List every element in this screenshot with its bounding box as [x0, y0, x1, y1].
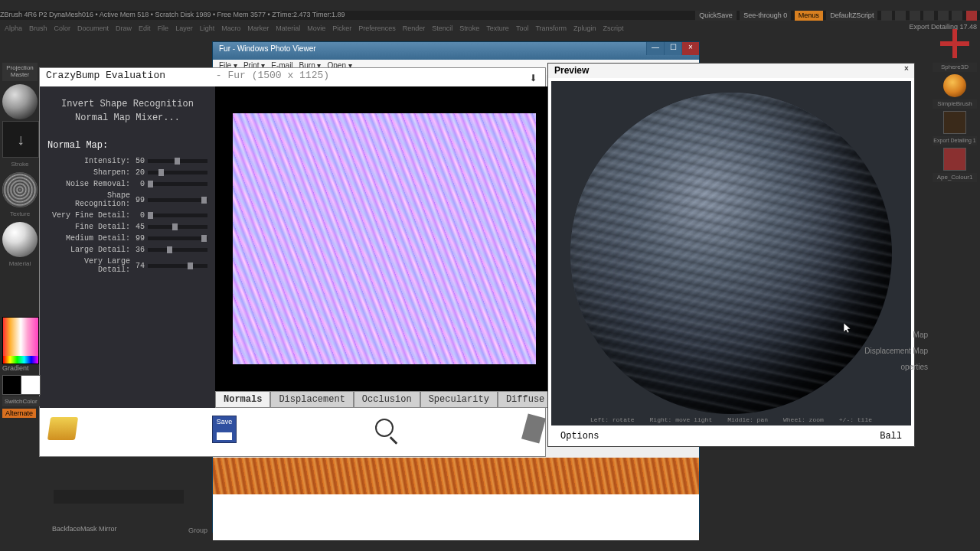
download-icon[interactable]: ⬇ [529, 70, 537, 86]
icon-button-2[interactable] [895, 11, 906, 21]
tab-normals[interactable]: Normals [215, 391, 270, 408]
default-script[interactable]: DefaultZScript [826, 11, 877, 21]
normal-mixer-button[interactable]: Normal Map Mixer... [47, 112, 207, 123]
brush-sphere[interactable] [2, 84, 38, 119]
menu-draw[interactable]: Draw [116, 24, 132, 32]
slider-track[interactable] [148, 225, 207, 229]
menu-edit[interactable]: Edit [139, 24, 151, 32]
menu-macro[interactable]: Macro [221, 24, 240, 32]
alpha-noise-icon[interactable] [2, 172, 38, 207]
tab-displacement[interactable]: Displacement [270, 391, 353, 408]
slider-thumb[interactable] [148, 212, 153, 219]
subtool-box[interactable] [943, 111, 966, 134]
open-folder-icon[interactable] [47, 417, 78, 440]
slider-thumb[interactable] [188, 262, 193, 269]
slider-thumb[interactable] [201, 235, 207, 242]
tab-diffuse[interactable]: Diffuse [498, 391, 553, 408]
preview-viewport[interactable]: Left: rotateRight: move lightMiddle: pan… [551, 81, 911, 425]
slider-thumb[interactable] [201, 197, 207, 204]
material-sphere[interactable] [2, 222, 38, 257]
magnify-icon[interactable] [375, 419, 394, 437]
menu-tool[interactable]: Tool [516, 24, 529, 32]
slider-track[interactable] [148, 236, 207, 240]
mesh-selector[interactable]: Ball [880, 431, 902, 445]
menu-material[interactable]: Material [276, 24, 300, 32]
slider-row: Very Large Detail: 74 [47, 257, 207, 274]
icon-button-1[interactable] [881, 11, 892, 21]
slider-track[interactable] [148, 159, 207, 163]
menus-toggle[interactable]: Menus [795, 11, 823, 21]
color-swatch-secondary[interactable] [21, 375, 41, 395]
slider-track[interactable] [148, 182, 207, 186]
menu-alpha[interactable]: Alpha [5, 24, 22, 32]
close-icon[interactable] [966, 11, 977, 21]
slider-thumb[interactable] [172, 223, 178, 230]
subtool-ape-label[interactable]: Ape_Colour1 [933, 173, 977, 182]
tool-sphere3d[interactable]: Sphere3D [933, 63, 977, 72]
side-item[interactable]: Displacement Map [864, 347, 928, 355]
menu-file[interactable]: File [158, 24, 169, 32]
minimize-icon[interactable]: — [646, 42, 664, 55]
menu-brush[interactable]: Brush [29, 24, 47, 32]
slider-track[interactable] [148, 171, 207, 174]
slider-value: 20 [132, 168, 145, 177]
tab-specularity[interactable]: Specularity [420, 391, 498, 408]
menu-stroke[interactable]: Stroke [459, 24, 479, 32]
menu-zscript[interactable]: Zscript [603, 24, 624, 32]
slider-thumb[interactable] [158, 169, 164, 176]
projection-master-button[interactable]: Projection Master [2, 63, 38, 81]
icon-button-3[interactable] [910, 11, 920, 21]
icon-button-6[interactable] [952, 11, 962, 21]
color-picker[interactable] [2, 317, 39, 364]
close-icon[interactable]: × [902, 64, 911, 73]
tab-occlusion[interactable]: Occlusion [354, 391, 420, 408]
switch-color-button[interactable]: SwitchColor [2, 396, 40, 406]
pv-titlebar[interactable]: Fur - Windows Photo Viewer — ☐ × [213, 42, 699, 60]
menu-preferences[interactable]: Preferences [358, 24, 396, 32]
menu-render[interactable]: Render [403, 24, 426, 32]
alternate-button[interactable]: Alternate [2, 409, 36, 418]
menu-picker[interactable]: Picker [332, 24, 351, 32]
subtool-ape[interactable] [943, 148, 966, 171]
normal-map-canvas[interactable] [215, 86, 553, 391]
seethrough-slider[interactable]: See-through 0 [740, 11, 791, 21]
menu-color[interactable]: Color [54, 24, 71, 32]
zbrush-menubar[interactable]: AlphaBrushColorDocumentDrawEditFileLayer… [5, 24, 631, 32]
menu-marker[interactable]: Marker [247, 24, 269, 32]
subtool-detail[interactable]: Export Detailing 1 [933, 136, 977, 145]
cb-title: CrazyBump Evaluation [46, 70, 165, 81]
invert-shape-button[interactable]: Invert Shape Recognition [47, 99, 207, 109]
menu-transform[interactable]: Transform [535, 24, 567, 32]
menu-document[interactable]: Document [77, 24, 109, 32]
save-button[interactable]: Save [212, 416, 237, 443]
slider-track[interactable] [148, 198, 207, 202]
tool-simplebrush[interactable]: SimpleBrush [933, 99, 977, 109]
close-icon[interactable]: × [681, 42, 699, 55]
slider-thumb[interactable] [148, 181, 153, 187]
slider-track[interactable] [148, 264, 207, 268]
simplebrush-icon[interactable] [943, 74, 966, 97]
menu-movie[interactable]: Movie [307, 24, 325, 32]
cb-titlebar[interactable]: CrazyBump Evaluation - Fur (1500 x 1125)… [40, 68, 545, 86]
menu-texture[interactable]: Texture [486, 24, 509, 32]
tool-cross-icon[interactable] [940, 29, 969, 58]
side-item[interactable]: Map [864, 331, 928, 339]
options-button[interactable]: Options [560, 431, 599, 445]
color-swatch-main[interactable] [2, 375, 22, 395]
side-item[interactable]: operties [864, 363, 928, 371]
menu-zplugin[interactable]: Zplugin [573, 24, 596, 32]
slider-track[interactable] [148, 214, 207, 217]
maximize-icon[interactable]: ☐ [664, 42, 681, 55]
slider-thumb[interactable] [175, 158, 180, 165]
stroke-arrow-icon[interactable]: ↓ [2, 121, 39, 158]
slider-thumb[interactable] [167, 246, 172, 253]
menu-stencil[interactable]: Stencil [432, 24, 452, 32]
wrench-icon[interactable] [521, 413, 546, 443]
quicksave-button[interactable]: QuickSave [695, 11, 737, 21]
menu-layer[interactable]: Layer [175, 24, 193, 32]
icon-button-4[interactable] [923, 11, 934, 21]
preview-titlebar[interactable]: Preview × [548, 64, 914, 78]
slider-track[interactable] [148, 248, 207, 252]
menu-light[interactable]: Light [200, 24, 215, 32]
icon-button-5[interactable] [938, 11, 949, 21]
